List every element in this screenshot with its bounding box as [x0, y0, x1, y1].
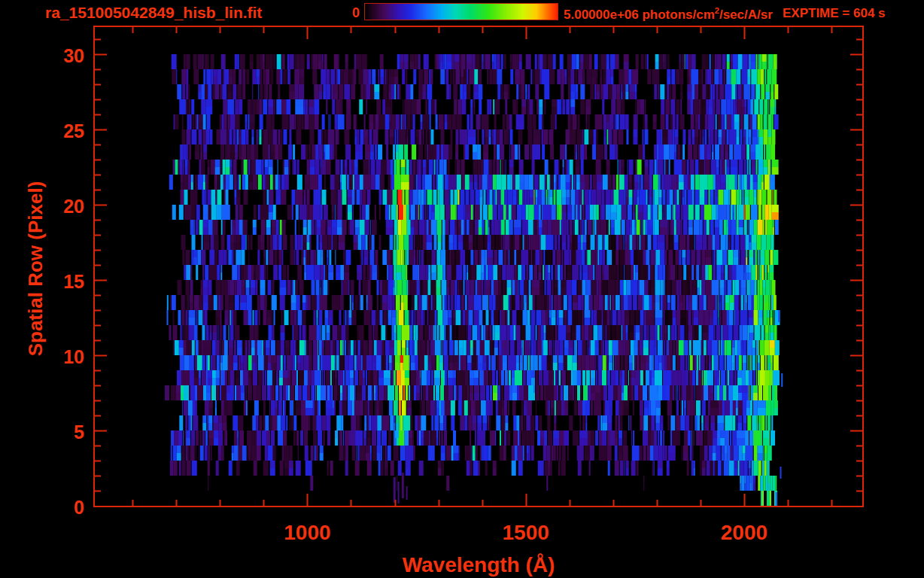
colorbar — [364, 3, 558, 20]
x-tick-label-1000: 1000 — [254, 521, 360, 545]
x-tick-label-1500: 1500 — [473, 521, 579, 545]
colorbar-max-label: 5.00000e+06 photons/cm2/sec/A/sr — [564, 6, 773, 23]
y-tick-label-5: 5 — [26, 422, 84, 442]
spectrogram-canvas — [93, 26, 864, 507]
exptime-label: EXPTIME = 604 s — [783, 6, 886, 21]
file-title: ra_151005042849_hisb_lin.fit — [45, 4, 262, 22]
y-axis-title: Spatial Row (Pixel) — [24, 170, 45, 367]
plot-window: ra_151005042849_hisb_lin.fit 0 5.00000e+… — [0, 0, 924, 578]
colorbar-max-units: /sec/A/sr — [719, 8, 773, 22]
y-tick-label-0: 0 — [26, 497, 84, 517]
x-tick-label-2000: 2000 — [691, 521, 797, 545]
colorbar-max-value: 5.00000e+06 photons/cm — [564, 8, 715, 22]
y-tick-label-25: 25 — [26, 121, 84, 141]
colorbar-min-label: 0 — [336, 5, 360, 21]
x-axis-title: Wavelength (Å) — [319, 553, 638, 577]
y-tick-label-30: 30 — [26, 46, 84, 65]
